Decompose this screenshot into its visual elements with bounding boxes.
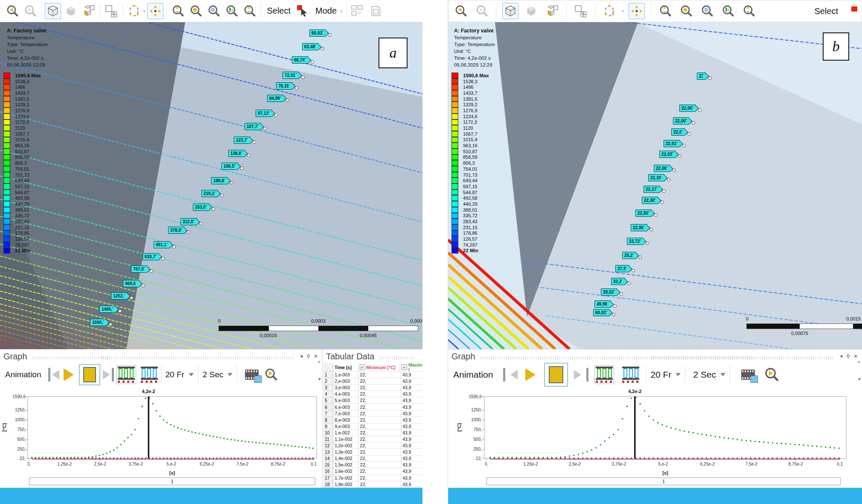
maximum-cell[interactable]: 43,9 (401, 475, 422, 481)
probe-label[interactable]: 32,26 (611, 278, 631, 285)
panel-pin-icon[interactable]: ⚲ (846, 353, 850, 359)
orbit-rotate-icon[interactable] (126, 3, 142, 19)
play-icon[interactable] (525, 368, 536, 381)
minimum-cell[interactable]: 22, (359, 449, 402, 455)
time-steps-icon[interactable] (140, 365, 159, 384)
table-row[interactable]: 99,e-00322,43,9 (323, 423, 422, 430)
maximum-cell[interactable]: 43,9 (401, 481, 422, 488)
table-row[interactable]: 22,e-00322,43,9 (323, 378, 422, 385)
time-cell[interactable]: 1,1e-002 (333, 436, 358, 443)
chevron-down-icon[interactable]: ˅ (340, 9, 343, 14)
probe-label[interactable]: 72,917 (282, 72, 305, 79)
time-cell[interactable]: 4,e-003 (333, 391, 358, 397)
viewport-a[interactable]: A: Factory valve Temperature Type: Tempe… (0, 22, 422, 349)
step-back-icon[interactable] (510, 370, 518, 379)
minimum-cell[interactable]: 22, (359, 443, 402, 449)
probe-label[interactable]: 22,066 (654, 165, 676, 172)
maximum-cell[interactable]: 43,9 (401, 385, 422, 391)
minimum-cell[interactable]: 22, (359, 481, 402, 488)
select-cursor-icon[interactable] (295, 3, 311, 19)
zoom-back-icon[interactable] (4, 3, 20, 19)
pan-icon[interactable] (629, 3, 645, 19)
probe-label[interactable]: 60,032 (309, 29, 332, 37)
maximum-cell[interactable]: 43,9 (401, 411, 422, 417)
minimum-cell[interactable]: 22, (359, 475, 402, 481)
zoom-timeline-icon[interactable] (264, 367, 278, 382)
probe-label[interactable]: 63,482 (302, 43, 324, 50)
orbit-rotate-icon[interactable] (601, 3, 617, 19)
panel-close-icon[interactable]: ✕ (853, 353, 858, 359)
probe-label[interactable]: 378,92 (168, 227, 190, 234)
probe-label[interactable]: 22,104 (648, 174, 670, 181)
probe-label[interactable]: 107,72 (245, 123, 267, 130)
time-cell[interactable]: 5,e-003 (333, 397, 358, 404)
maximum-cell[interactable]: 43,9 (401, 443, 422, 449)
zoom-area-icon[interactable] (224, 3, 240, 19)
maximum-cell[interactable]: 43,9 (401, 430, 422, 436)
panel-side-controls[interactable]: » ▾ (858, 359, 861, 382)
table-row[interactable]: 131,3e-00222,43,9 (323, 449, 422, 455)
skip-end-icon[interactable] (112, 368, 114, 382)
time-steps-icon[interactable] (621, 365, 641, 384)
step-forward-icon[interactable] (574, 370, 581, 379)
zoom-fit-icon[interactable] (699, 3, 715, 19)
maximum-cell[interactable]: 43,9 (401, 417, 422, 423)
maximum-cell[interactable]: 43,9 (401, 378, 422, 385)
minimum-cell[interactable]: 22, (359, 391, 402, 397)
result-sets-icon[interactable] (116, 365, 136, 384)
maximum-cell[interactable]: 43,9 (401, 372, 422, 378)
expand-chevrons-icon[interactable]: » (317, 361, 323, 364)
probe-label[interactable]: 1202,6 (111, 292, 133, 300)
maximum-cell[interactable]: 43,9 (401, 468, 422, 475)
panel-side-controls[interactable]: » ▾ (318, 359, 321, 382)
step-back-icon[interactable] (52, 370, 59, 379)
probe-label[interactable]: 1466,6 (99, 306, 122, 313)
iso-view-icon[interactable] (502, 3, 518, 19)
chevron-down-icon[interactable]: ˅ (621, 9, 624, 14)
timeline-slider[interactable]: 1 (486, 478, 841, 485)
maximum-cell[interactable]: 43,9 (401, 436, 422, 443)
minimum-cell[interactable]: 22, (359, 455, 402, 462)
time-cell[interactable]: 1,7e-002 (333, 475, 358, 481)
red-fragment-icon[interactable] (845, 3, 862, 19)
time-cell[interactable]: 1,e-003 (333, 372, 358, 378)
maximum-header-cell[interactable]: ✓Maximum [ (400, 363, 422, 372)
step-forward-icon[interactable] (103, 370, 110, 379)
maximum-cell[interactable]: 43,9 (401, 404, 422, 410)
zoom-timeline-icon[interactable] (763, 367, 780, 383)
pan-icon[interactable] (147, 3, 163, 19)
multi-viewport-icon[interactable] (544, 3, 560, 19)
zoom-in-icon[interactable] (678, 3, 694, 19)
time-cell[interactable]: 2,e-003 (333, 378, 358, 385)
shaded-cube-icon[interactable] (523, 3, 539, 19)
frames-dropdown[interactable]: 20 Fr (161, 365, 198, 384)
probe-label[interactable]: 27,92 (615, 265, 635, 272)
probe-label[interactable]: 97,139 (256, 110, 278, 117)
export-video-icon[interactable]: ↷ (245, 370, 259, 380)
maximum-cell[interactable]: 43,9 (401, 462, 422, 468)
zoom-out-icon[interactable] (242, 3, 258, 19)
maximum-cell[interactable]: 43,9 (401, 391, 422, 397)
table-row[interactable]: 171,7e-00222,43,9 (323, 475, 422, 481)
probe-label[interactable]: 767,07 (131, 265, 153, 273)
play-icon[interactable] (64, 368, 74, 381)
zoom-back-icon[interactable] (453, 3, 469, 19)
probe-label[interactable]: 253,07 (193, 204, 215, 211)
minimum-cell[interactable]: 22, (359, 462, 402, 468)
window-copy-icon[interactable] (367, 3, 384, 19)
timeline-slider[interactable]: 1 (29, 478, 315, 485)
maximum-cell[interactable]: 43,9 (401, 449, 422, 455)
probe-label[interactable]: 22,019 (664, 140, 686, 147)
probe-label[interactable]: 219,18 (201, 190, 224, 197)
iso-view-icon[interactable] (45, 3, 61, 19)
table-row[interactable]: 88,e-00322,43,9 (323, 417, 422, 423)
probe-label[interactable]: 39,527 (601, 288, 623, 296)
table-row[interactable]: 44,e-00322,43,9 (323, 391, 422, 397)
viewport-grid-icon[interactable] (103, 3, 119, 19)
maximum-cell[interactable]: 43,9 (401, 455, 422, 462)
probe-label[interactable]: 156,55 (221, 163, 244, 170)
minimum-cell[interactable]: 22, (359, 417, 402, 423)
probe-label[interactable]: 22, (697, 73, 712, 80)
stop-button[interactable] (544, 363, 568, 387)
shaded-cube-icon[interactable] (63, 3, 79, 19)
